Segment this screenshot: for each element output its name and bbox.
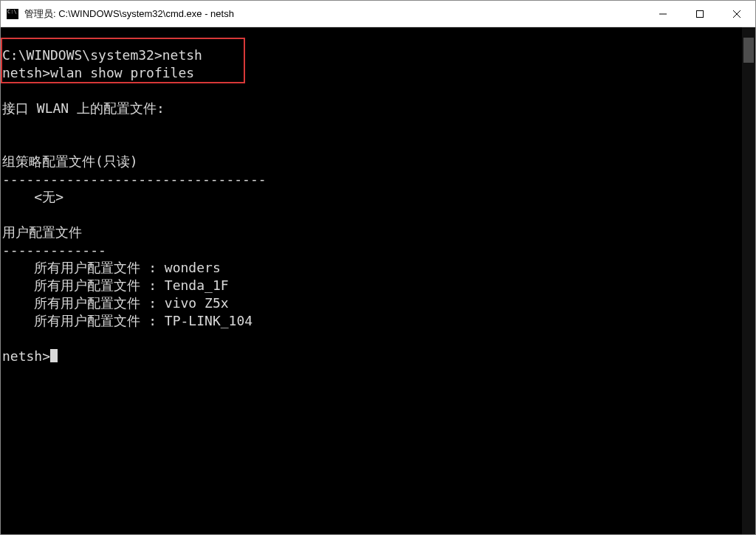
terminal-prompt-line[interactable]: netsh> <box>2 348 740 365</box>
terminal-line: 所有用户配置文件 : TP-LINK_104 <box>2 312 740 330</box>
terminal-line <box>2 206 740 224</box>
svg-rect-1 <box>697 10 704 17</box>
terminal-line: --------------------------------- <box>2 170 740 188</box>
terminal-content[interactable]: C:\WINDOWS\system32>netshnetsh>wlan show… <box>1 27 742 534</box>
terminal-line: 所有用户配置文件 : wonders <box>2 259 740 277</box>
window-title: 管理员: C:\WINDOWS\system32\cmd.exe - netsh <box>24 7 645 21</box>
terminal-line <box>2 82 740 100</box>
terminal-line <box>2 29 740 46</box>
terminal-line: 接口 WLAN 上的配置文件: <box>2 100 740 117</box>
terminal-line: 所有用户配置文件 : vivo Z5x <box>2 294 740 312</box>
terminal-area[interactable]: C:\WINDOWS\system32>netshnetsh>wlan show… <box>1 27 755 534</box>
terminal-line: <无> <box>2 188 740 206</box>
window-controls <box>645 1 755 27</box>
cmd-icon <box>7 9 18 19</box>
terminal-line <box>2 117 740 135</box>
terminal-line <box>2 330 740 348</box>
titlebar[interactable]: 管理员: C:\WINDOWS\system32\cmd.exe - netsh <box>1 1 755 27</box>
terminal-line: C:\WINDOWS\system32>netsh <box>2 46 740 64</box>
terminal-line <box>2 135 740 153</box>
terminal-line: netsh>wlan show profiles <box>2 64 740 82</box>
cursor-icon <box>50 349 58 362</box>
terminal-line: 所有用户配置文件 : Tenda_1F <box>2 277 740 294</box>
terminal-line: 组策略配置文件(只读) <box>2 153 740 170</box>
maximize-button[interactable] <box>681 1 718 27</box>
minimize-button[interactable] <box>645 1 681 27</box>
terminal-line: 用户配置文件 <box>2 224 740 241</box>
cmd-window: 管理员: C:\WINDOWS\system32\cmd.exe - netsh… <box>0 0 756 535</box>
terminal-prompt: netsh> <box>2 348 50 364</box>
close-button[interactable] <box>718 1 755 27</box>
scrollbar-thumb[interactable] <box>743 38 754 63</box>
terminal-line: ------------- <box>2 241 740 259</box>
scrollbar-track[interactable] <box>742 27 755 534</box>
